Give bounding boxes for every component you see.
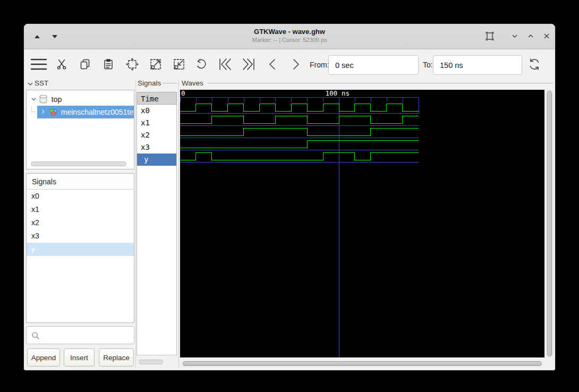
waves-frame-label: Waves (182, 79, 203, 87)
copy-icon (79, 58, 91, 71)
paste-button[interactable] (99, 55, 118, 74)
chevron-down-icon (508, 30, 521, 42)
list-item-x0[interactable]: x0 (27, 190, 134, 203)
zoom-fit-icon (125, 57, 139, 71)
wave-horizontal-scrollbar[interactable] (182, 361, 543, 368)
wave-vertical-scrollbar-thumb[interactable] (547, 91, 552, 356)
names-frame-line (162, 83, 177, 83)
list-item-x2[interactable]: x2 (27, 216, 134, 229)
panel-divider (135, 79, 136, 368)
wave-name-x0[interactable]: x0 (137, 105, 176, 117)
marker-cursor-status: Marker: -- | Cursor: 52300 ps (24, 36, 555, 44)
tree-guide-line (31, 106, 37, 112)
wave-canvas[interactable]: 0100ns (180, 90, 544, 357)
wave-name-x2[interactable]: x2 (137, 129, 176, 141)
step-right-button[interactable] (286, 55, 305, 74)
zoom-fit-button[interactable] (123, 55, 142, 74)
signal-search-list: Signals x0 x1 x2 x3 y (26, 173, 134, 323)
fit-window-icon (483, 30, 496, 42)
paste-icon (102, 58, 115, 71)
search-icon (31, 331, 40, 340)
close-button[interactable] (539, 29, 555, 45)
tree-item-label: top (52, 95, 62, 104)
to-label: To: (423, 61, 433, 69)
trace-x0 (180, 104, 419, 112)
tree-item-testbench[interactable]: meinschaltnetz0051testb (27, 106, 134, 118)
waves-frame-line (207, 83, 553, 83)
chevron-left-icon (266, 57, 279, 71)
wave-name-x1[interactable]: x1 (137, 117, 176, 129)
gtkwave-window: GTKWave - wave.ghw Marker: -- | Cursor: … (23, 23, 556, 371)
expander-down-icon[interactable] (30, 93, 37, 106)
names-waves-splitter[interactable] (178, 79, 179, 368)
copy-button[interactable] (75, 55, 95, 74)
from-input[interactable] (328, 55, 419, 75)
zoom-out-icon (172, 57, 186, 71)
wave-canvas-svg: 0100ns (180, 90, 544, 357)
svg-text:0: 0 (181, 90, 185, 97)
expander-right-icon[interactable] (39, 106, 47, 118)
trace-x1 (180, 116, 419, 124)
trace-x2 (180, 129, 419, 136)
tree-item-top[interactable]: top (27, 93, 134, 106)
module-spheres-icon (49, 108, 58, 116)
undo-button[interactable] (192, 55, 211, 74)
svg-text:ns: ns (342, 90, 350, 97)
undo-icon (195, 57, 209, 71)
skip-to-start-icon (218, 57, 233, 71)
tree-item-label: meinschaltnetz0051testb (61, 108, 134, 116)
zoom-in-icon (149, 57, 163, 71)
zoom-out-button[interactable] (169, 55, 189, 74)
signal-list-header: Signals (27, 174, 134, 190)
cut-icon (55, 58, 68, 71)
go-to-end-button[interactable] (239, 55, 258, 74)
reload-button[interactable] (525, 55, 544, 74)
list-item-y[interactable]: y (27, 243, 134, 256)
list-item-x1[interactable]: x1 (27, 203, 134, 216)
names-frame-label: Signals (138, 79, 161, 87)
reload-icon (527, 57, 542, 72)
svg-text:100: 100 (325, 90, 337, 97)
signal-names-column: Time x0 x1 x2 x3 y (137, 92, 177, 355)
titlebar[interactable]: GTKWave - wave.ghw Marker: -- | Cursor: … (24, 24, 555, 49)
chevron-up-icon (524, 30, 537, 42)
replace-button[interactable]: Replace (99, 348, 134, 367)
fit-window-button[interactable] (482, 29, 498, 45)
from-label: From: (310, 61, 329, 69)
skip-to-end-icon (241, 57, 256, 71)
append-button[interactable]: Append (27, 348, 60, 367)
signal-search-field[interactable] (26, 326, 134, 344)
sst-collapse-icon[interactable] (27, 81, 33, 87)
names-horizontal-scrollbar[interactable] (139, 360, 163, 364)
menu-button[interactable] (29, 55, 48, 74)
maximize-button[interactable] (523, 29, 539, 45)
time-column-header: Time (137, 92, 177, 105)
database-cylinder-icon (39, 95, 47, 104)
trace-y (180, 153, 419, 160)
trace-x3 (180, 141, 419, 148)
window-title: GTKWave - wave.ghw (24, 27, 555, 36)
list-item-x3[interactable]: x3 (27, 229, 134, 243)
sst-horizontal-scrollbar[interactable] (31, 161, 126, 166)
menu-icon (30, 57, 47, 71)
wave-vertical-scrollbar[interactable] (546, 90, 553, 357)
sst-tree: top meinschaltnetz0051testb (26, 90, 134, 169)
go-to-start-button[interactable] (216, 55, 235, 74)
chevron-right-icon (289, 57, 302, 71)
step-left-button[interactable] (263, 55, 282, 74)
insert-button[interactable]: Insert (64, 348, 95, 367)
to-input[interactable] (433, 55, 522, 75)
minimize-button[interactable] (507, 29, 523, 45)
wave-name-x3[interactable]: x3 (137, 141, 176, 154)
close-icon (540, 30, 553, 42)
sst-frame-label: SST (35, 79, 48, 87)
cut-button[interactable] (52, 55, 71, 74)
wave-name-y[interactable]: y (137, 154, 176, 166)
zoom-in-button[interactable] (146, 55, 165, 74)
wave-horizontal-scrollbar-thumb[interactable] (183, 361, 542, 366)
